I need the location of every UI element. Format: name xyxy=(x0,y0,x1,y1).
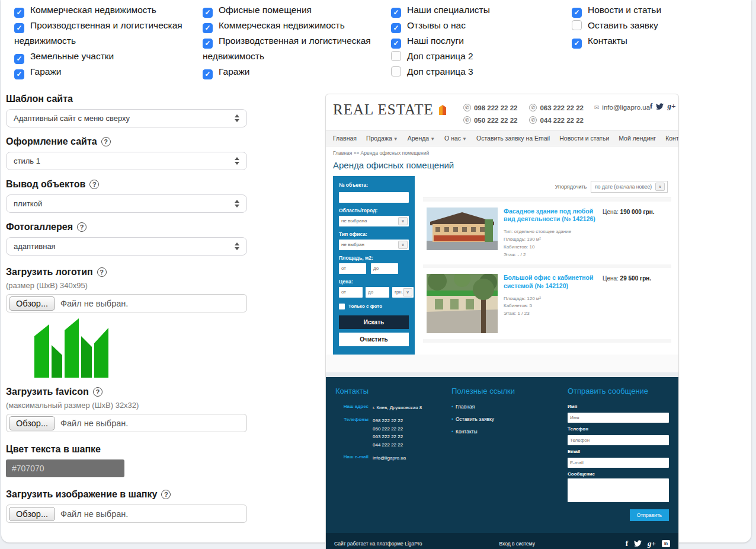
checkbox-label: Офисные помещения xyxy=(219,5,312,15)
checkbox[interactable] xyxy=(572,20,582,30)
checkbox[interactable] xyxy=(391,23,401,33)
linkedin-icon[interactable]: in xyxy=(662,540,670,547)
style-select-value: стиль 1 xyxy=(14,157,40,165)
checkbox[interactable] xyxy=(203,23,213,33)
send-message-button[interactable]: Отправить xyxy=(630,509,669,521)
phone-number: ✆050 222 22 22 xyxy=(463,116,518,124)
checkbox[interactable] xyxy=(572,39,582,49)
price-from-input[interactable] xyxy=(339,287,363,298)
checkbox-item-garages[interactable]: Гаражи xyxy=(14,64,191,79)
checkbox-item-commercial[interactable]: Коммерческая недвижимость xyxy=(14,2,191,18)
gallery-label: Фотогаллерея? xyxy=(6,222,247,232)
checkbox[interactable] xyxy=(203,8,213,18)
browse-button[interactable]: Обзор... xyxy=(9,296,55,311)
phone-field[interactable] xyxy=(568,435,669,445)
checkbox[interactable] xyxy=(14,23,24,33)
template-select[interactable]: Адаптивный сайт с меню сверху xyxy=(6,109,247,127)
twitter-icon[interactable] xyxy=(656,103,664,110)
name-field[interactable] xyxy=(568,413,669,423)
checkbox[interactable] xyxy=(203,39,213,49)
checkbox-item-commercial-2[interactable]: Коммерческая недвижимость xyxy=(203,18,379,33)
nav-item-landing[interactable]: Мой лендинг xyxy=(619,135,656,142)
checkbox[interactable] xyxy=(203,69,213,79)
price-to-input[interactable] xyxy=(366,287,389,298)
googleplus-icon[interactable]: g+ xyxy=(667,101,675,111)
listing-photo[interactable] xyxy=(427,274,498,333)
header-text-color-swatch[interactable]: #707070 xyxy=(6,459,124,477)
style-select[interactable]: стиль 1 xyxy=(6,152,247,170)
checkbox-item-specialists[interactable]: Наши специалисты xyxy=(391,2,560,18)
listing-photo[interactable] xyxy=(427,208,498,250)
area-to-input[interactable] xyxy=(371,263,398,274)
search-button[interactable]: Искать xyxy=(339,315,409,329)
gallery-select[interactable]: адаптивная xyxy=(6,237,247,256)
help-icon[interactable]: ? xyxy=(97,267,107,277)
checkbox-item-garages-2[interactable]: Гаражи xyxy=(203,64,379,79)
googleplus-icon[interactable]: g+ xyxy=(648,539,656,548)
region-select[interactable]: не выбрана ∨ xyxy=(339,216,409,226)
area-from-input[interactable] xyxy=(339,263,366,274)
checkbox[interactable] xyxy=(572,8,582,18)
favicon-file-input[interactable]: Обзор... Файл не выбран. xyxy=(6,414,247,432)
nav-item-news[interactable]: Новости и статьи xyxy=(559,135,609,142)
checkbox-item-news[interactable]: Новости и статьи xyxy=(572,2,739,18)
checkbox-item-extra-page-2[interactable]: Доп страница 2 xyxy=(391,49,560,64)
logo-file-input[interactable]: Обзор... Файл не выбран. xyxy=(6,294,247,312)
footer-email-label: Наш e-mail xyxy=(335,454,369,462)
footer-message-title: Отправить сообщение xyxy=(568,387,669,395)
checkbox-item-reviews[interactable]: Отзывы о нас xyxy=(391,18,560,33)
email-field[interactable] xyxy=(568,458,669,468)
current-logo-image xyxy=(34,318,122,378)
office-type-select[interactable]: не выбран ∨ xyxy=(339,240,409,250)
footer-link-home[interactable]: •Главная xyxy=(451,404,568,410)
help-icon[interactable]: ? xyxy=(77,222,87,232)
help-icon[interactable]: ? xyxy=(93,387,102,397)
nav-item-contacts[interactable]: Контакты xyxy=(665,135,679,142)
listing-title-link[interactable]: Фасадное здание под любой вид деятельнос… xyxy=(504,208,597,223)
checkbox[interactable] xyxy=(14,8,24,18)
nav-item-home[interactable]: Главная xyxy=(333,135,357,142)
nav-item-request-email[interactable]: Оставить заявку на Email xyxy=(476,135,550,142)
footer-link-contacts[interactable]: •Контакты xyxy=(451,429,568,435)
help-icon[interactable]: ? xyxy=(101,137,111,146)
facebook-icon[interactable]: f xyxy=(626,539,628,548)
checkbox[interactable] xyxy=(14,69,24,79)
checkbox-item-land[interactable]: Земельные участки xyxy=(14,49,191,64)
nav-item-sale[interactable]: Продажа▼ xyxy=(366,135,398,142)
clear-button[interactable]: Очистить xyxy=(339,333,409,346)
facebook-icon[interactable]: f xyxy=(650,101,652,111)
login-link[interactable]: Вход в систему xyxy=(499,541,535,547)
twitter-icon[interactable] xyxy=(634,540,642,547)
preview-footer: Контакты Наш адрес г. Киев, Дружковская … xyxy=(326,377,678,533)
checkbox-item-contacts[interactable]: Контакты xyxy=(572,33,739,49)
currency-select[interactable]: грн. ∨ xyxy=(392,287,414,298)
checkbox[interactable] xyxy=(14,54,24,64)
only-photo-checkbox[interactable] xyxy=(339,304,345,309)
checkbox-item-leave-request[interactable]: Оставить заявку xyxy=(572,18,739,33)
browse-button[interactable]: Обзор... xyxy=(9,507,55,521)
footer-link-request[interactable]: •Оставить заявку xyxy=(451,416,568,422)
header-image-file-input[interactable]: Обзор... Файл не выбран. xyxy=(6,505,247,523)
checkbox[interactable] xyxy=(391,39,401,49)
object-number-input[interactable] xyxy=(339,192,409,203)
preview-email[interactable]: ✉info@ligapro.ua xyxy=(594,104,650,111)
footer-email-value[interactable]: info@ligapro.ua xyxy=(373,454,406,462)
nav-item-rent[interactable]: Аренда▼ xyxy=(408,135,435,142)
checkbox[interactable] xyxy=(391,51,401,61)
checkbox-item-industrial[interactable]: Производственная и логистическая недвижи… xyxy=(14,18,191,49)
checkbox[interactable] xyxy=(391,66,401,76)
checkbox-item-extra-page-3[interactable]: Доп страница 3 xyxy=(391,64,560,79)
checkbox-item-offices[interactable]: Офисные помещения xyxy=(203,2,379,18)
help-icon[interactable]: ? xyxy=(89,180,99,189)
checkbox[interactable] xyxy=(391,8,401,18)
nav-item-about[interactable]: О нас▼ xyxy=(444,135,467,142)
checkbox-item-services[interactable]: Наші послуги xyxy=(391,33,560,49)
listing-title-link[interactable]: Большой офис с кабинетной системой (№ 14… xyxy=(504,274,597,289)
checkbox-item-industrial-2[interactable]: Производственная и логистическая недвижи… xyxy=(203,33,379,64)
objects-output-select[interactable]: плиткой xyxy=(6,194,247,213)
help-icon[interactable]: ? xyxy=(161,490,171,499)
message-field[interactable] xyxy=(568,478,669,502)
browse-button[interactable]: Обзор... xyxy=(9,416,55,430)
preview-bottom-bar: Сайт работает на платформе LigaPro Вход … xyxy=(326,533,678,549)
sort-select[interactable]: по дате (сначала новее) ∨ xyxy=(591,181,668,193)
